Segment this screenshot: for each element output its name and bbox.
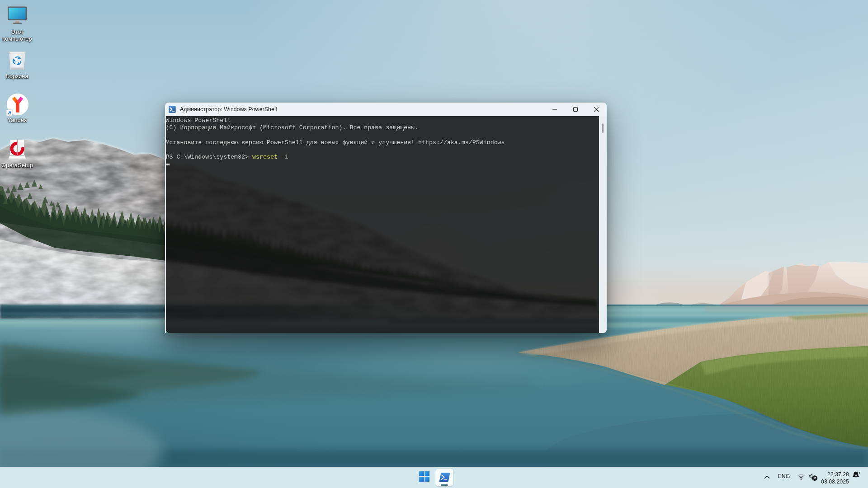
svg-text:z: z xyxy=(859,471,861,474)
svg-text:z: z xyxy=(855,473,857,477)
